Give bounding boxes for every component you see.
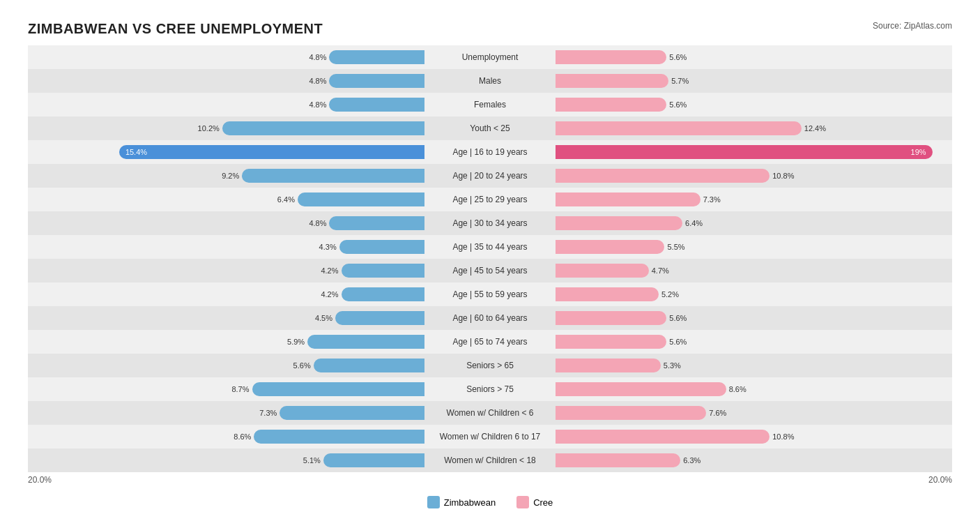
bar-center-label: Women w/ Children < 6 xyxy=(427,408,553,418)
bar-left: 15.4% xyxy=(119,145,424,159)
bar-right: 7.3% xyxy=(556,193,700,206)
chart-area: 4.8%Unemployment5.6%4.8%Males5.7%4.8%Fem… xyxy=(28,45,952,472)
bar-center-label: Females xyxy=(427,100,553,110)
bar-left-side: 15.4% xyxy=(28,140,427,164)
chart-row: 8.7%Seniors > 758.6% xyxy=(28,377,952,401)
bar-center-label: Age | 25 to 29 years xyxy=(427,195,553,204)
bar-value-right: 10.8% xyxy=(772,172,794,180)
bar-right-side: 7.3% xyxy=(553,188,952,211)
bar-right-side: 7.6% xyxy=(553,401,952,425)
bar-center-label: Women w/ Children 6 to 17 xyxy=(427,432,553,442)
bar-center-label: Unemployment xyxy=(427,52,553,62)
bar-center-label: Age | 35 to 44 years xyxy=(427,242,553,252)
bar-left: 4.2% xyxy=(342,287,424,301)
bar-right: 12.4% xyxy=(556,121,802,135)
bar-value-left: 4.5% xyxy=(315,314,332,322)
chart-row: 4.3%Age | 35 to 44 years5.5% xyxy=(28,235,952,259)
bar-left: 6.4% xyxy=(298,193,424,206)
bar-value-left: 4.3% xyxy=(319,243,337,251)
bar-center-label: Youth < 25 xyxy=(427,123,553,133)
bar-left: 8.7% xyxy=(252,382,425,396)
bar-right: 7.6% xyxy=(556,406,706,420)
bar-value-left: 7.3% xyxy=(259,409,277,417)
bar-left: 5.9% xyxy=(307,335,424,349)
bar-right: 5.6% xyxy=(556,311,666,325)
bar-value-right: 5.6% xyxy=(669,314,687,322)
bar-center-label: Age | 55 to 59 years xyxy=(427,289,553,299)
legend: Zimbabwean Cree xyxy=(28,496,952,508)
bar-value-right: 8.6% xyxy=(729,385,747,393)
bar-right: 5.6% xyxy=(556,98,666,112)
bar-right-side: 12.4% xyxy=(553,116,952,140)
chart-row: 5.6%Seniors > 655.3% xyxy=(28,354,952,377)
bar-right: 5.5% xyxy=(556,240,664,254)
chart-row: 4.2%Age | 45 to 54 years4.7% xyxy=(28,259,952,282)
bar-left: 10.2% xyxy=(222,121,424,135)
bar-value-left: 5.9% xyxy=(287,338,305,346)
bar-right-side: 10.8% xyxy=(553,425,952,448)
chart-row: 4.5%Age | 60 to 64 years5.6% xyxy=(28,306,952,330)
chart-row: 4.8%Females5.6% xyxy=(28,93,952,116)
bar-value-right: 5.3% xyxy=(664,361,681,370)
bar-value-right: 7.3% xyxy=(703,195,721,204)
bar-left: 7.3% xyxy=(280,406,424,420)
bar-left: 5.6% xyxy=(314,359,424,372)
bar-left-side: 10.2% xyxy=(28,116,427,140)
chart-row: 10.2%Youth < 2512.4% xyxy=(28,116,952,140)
bar-center-label: Age | 30 to 34 years xyxy=(427,218,553,228)
bar-left-side: 4.3% xyxy=(28,235,427,259)
chart-row: 5.1%Women w/ Children < 186.3% xyxy=(28,448,952,472)
bar-value-right: 5.6% xyxy=(669,53,687,61)
bar-right-side: 19% xyxy=(553,140,952,164)
bar-right-side: 6.3% xyxy=(553,448,952,472)
bar-value-left: 4.8% xyxy=(309,219,326,227)
bar-left: 5.1% xyxy=(323,453,424,467)
legend-item-cree: Cree xyxy=(516,496,553,508)
chart-header: ZIMBABWEAN VS CREE UNEMPLOYMENT Source: … xyxy=(28,21,952,37)
bar-right-side: 5.2% xyxy=(553,282,952,306)
bar-center-label: Seniors > 65 xyxy=(427,361,553,370)
bar-left: 9.2% xyxy=(242,169,424,183)
bar-value-right: 5.7% xyxy=(671,77,689,85)
bar-right: 6.4% xyxy=(556,216,682,230)
chart-container: ZIMBABWEAN VS CREE UNEMPLOYMENT Source: … xyxy=(14,14,966,522)
chart-row: 4.8%Unemployment5.6% xyxy=(28,45,952,69)
legend-item-zimbabwean: Zimbabwean xyxy=(427,496,496,508)
bar-value-left: 4.2% xyxy=(321,266,338,275)
bar-left-side: 4.8% xyxy=(28,69,427,93)
bar-value-right: 19% xyxy=(908,147,930,157)
bar-left-side: 4.8% xyxy=(28,211,427,235)
bar-value-left: 6.4% xyxy=(277,195,295,204)
bar-right-side: 5.7% xyxy=(553,69,952,93)
bar-center-label: Women w/ Children < 18 xyxy=(427,455,553,465)
bar-right: 4.7% xyxy=(556,264,649,278)
bar-left-side: 5.6% xyxy=(28,354,427,377)
bar-value-left: 5.1% xyxy=(303,456,321,465)
bar-left-side: 4.5% xyxy=(28,306,427,330)
bar-left: 4.3% xyxy=(339,240,424,254)
bar-center-label: Age | 45 to 54 years xyxy=(427,266,553,276)
bar-right: 5.6% xyxy=(556,50,666,64)
bar-right: 5.6% xyxy=(556,335,666,349)
chart-row: 6.4%Age | 25 to 29 years7.3% xyxy=(28,188,952,211)
chart-source: Source: ZipAtlas.com xyxy=(873,21,952,31)
bar-value-left: 4.8% xyxy=(309,100,326,109)
bar-left-side: 4.8% xyxy=(28,45,427,69)
legend-label-cree: Cree xyxy=(533,497,553,508)
axis-left-label: 20.0% xyxy=(28,475,52,485)
chart-row: 15.4%Age | 16 to 19 years19% xyxy=(28,140,952,164)
bar-center-label: Age | 20 to 24 years xyxy=(427,171,553,181)
bar-left: 4.8% xyxy=(329,50,424,64)
bar-left-side: 6.4% xyxy=(28,188,427,211)
axis-labels: 20.0% 20.0% xyxy=(28,472,952,488)
bar-value-left: 8.7% xyxy=(231,385,249,393)
bar-left: 4.2% xyxy=(342,264,424,278)
bar-right: 5.3% xyxy=(556,359,661,372)
bar-right-side: 4.7% xyxy=(553,259,952,282)
bar-value-right: 6.3% xyxy=(683,456,700,465)
bar-value-left: 4.2% xyxy=(321,290,338,299)
bar-center-label: Males xyxy=(427,76,553,86)
bar-right-side: 5.6% xyxy=(553,306,952,330)
bar-center-label: Seniors > 75 xyxy=(427,384,553,394)
bar-value-left: 10.2% xyxy=(198,124,220,133)
